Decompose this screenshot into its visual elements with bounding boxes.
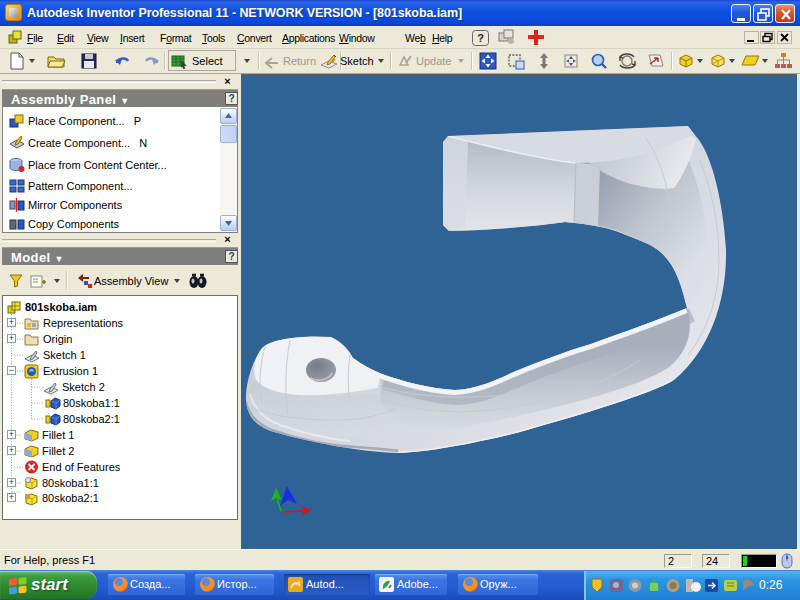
svg-text:?: ? bbox=[477, 32, 484, 44]
